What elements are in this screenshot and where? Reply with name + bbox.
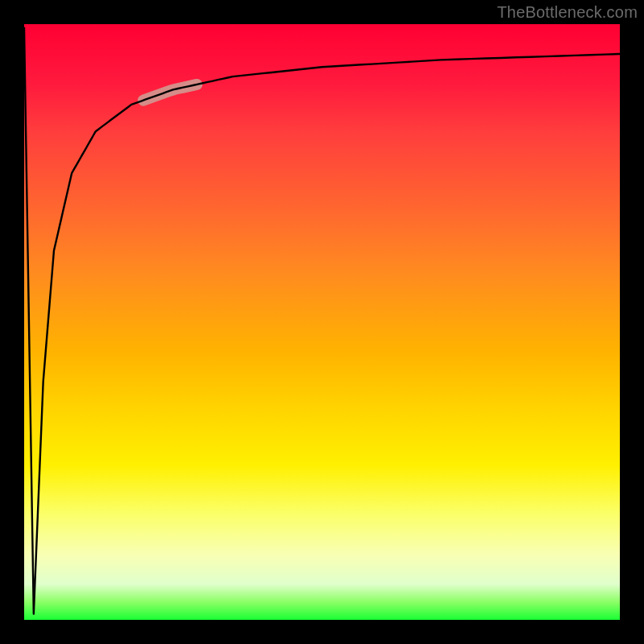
- watermark-text: TheBottleneck.com: [497, 3, 638, 22]
- plot-area: [24, 24, 620, 620]
- bottleneck-curve: [43, 54, 620, 382]
- curve-layer: [24, 24, 620, 620]
- chart-frame: TheBottleneck.com: [0, 0, 644, 644]
- left-spike: [24, 27, 43, 614]
